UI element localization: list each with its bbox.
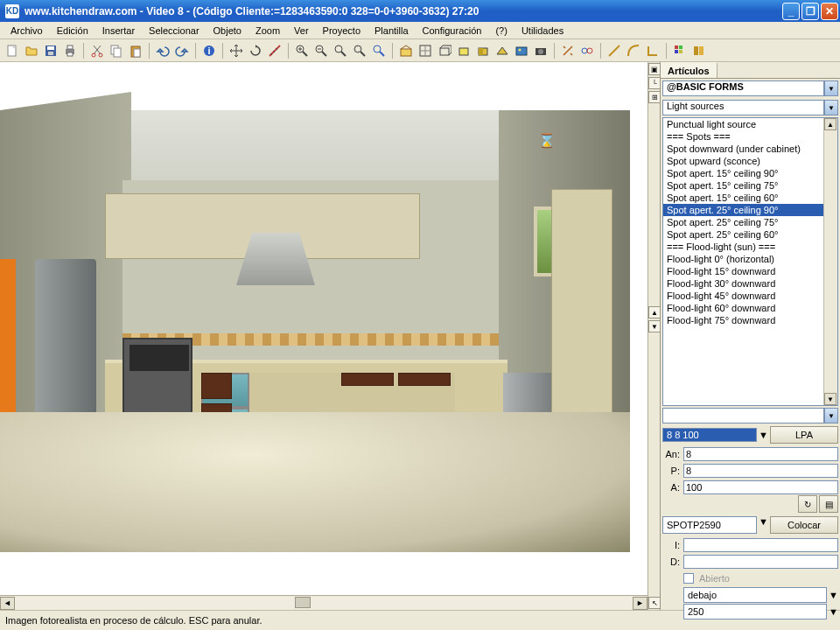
article-list[interactable]: Punctual light source=== Spots ===Spot d… xyxy=(662,117,838,406)
tool-misc2-icon[interactable] xyxy=(578,42,596,60)
redo-icon[interactable] xyxy=(173,42,191,60)
tab-articulos[interactable]: Artículos xyxy=(661,62,718,78)
menu-zoom[interactable]: Zoom xyxy=(248,24,287,38)
view-shaded-icon[interactable] xyxy=(474,42,492,60)
size-dropdown-icon[interactable]: ▼ xyxy=(759,430,768,440)
catalog-select[interactable]: @BASIC FORMS xyxy=(662,80,824,96)
view-wire-icon[interactable] xyxy=(436,42,453,60)
zoom-in-icon[interactable] xyxy=(293,42,311,60)
move-icon[interactable] xyxy=(228,42,245,60)
tool-corner-icon[interactable] xyxy=(644,42,662,60)
menu-plantilla[interactable]: Plantilla xyxy=(368,24,416,38)
new-file-icon[interactable] xyxy=(4,42,21,60)
palette-icon[interactable] xyxy=(671,42,689,60)
menu-proyecto[interactable]: Proyecto xyxy=(316,24,368,38)
vtool-down[interactable]: ▼ xyxy=(648,320,661,332)
width-input[interactable] xyxy=(683,447,838,461)
size-summary[interactable]: 8 8 100 xyxy=(662,428,757,442)
list-item[interactable]: Spot apert. 25° ceiling 60° xyxy=(663,228,837,241)
view-solid-icon[interactable] xyxy=(455,42,472,60)
view-persp-icon[interactable] xyxy=(494,42,511,60)
height-input[interactable] xyxy=(683,480,838,494)
zoom-fit-icon[interactable] xyxy=(332,42,349,60)
category-dropdown-icon[interactable]: ▼ xyxy=(824,100,838,116)
list-item[interactable]: Spot upward (sconce) xyxy=(663,155,837,167)
undo-icon[interactable] xyxy=(154,42,172,60)
list-item[interactable]: Spot downward (under cabinet) xyxy=(663,143,837,155)
vtool-up[interactable]: ▲ xyxy=(648,306,661,318)
info-icon[interactable]: i xyxy=(200,42,218,60)
lpa-button[interactable]: LPA xyxy=(770,426,838,444)
view-plan-icon[interactable] xyxy=(416,42,434,60)
position-select[interactable]: debajo xyxy=(683,587,827,603)
list-item[interactable]: Spot apert. 15° ceiling 60° xyxy=(663,192,837,204)
details-icon[interactable]: ▤ xyxy=(819,495,838,513)
camera-icon[interactable] xyxy=(532,42,550,60)
close-button[interactable]: ✕ xyxy=(821,3,838,20)
catalog-dropdown-icon[interactable]: ▼ xyxy=(824,80,838,96)
list-item[interactable]: Flood-light 15° downward xyxy=(663,265,837,277)
tool-line-icon[interactable] xyxy=(606,42,623,60)
variant-select[interactable] xyxy=(662,408,824,424)
scroll-left-arrow[interactable]: ◄ xyxy=(0,597,15,610)
list-scroll-down[interactable]: ▼ xyxy=(824,393,836,405)
i-input[interactable] xyxy=(683,538,838,552)
tool-misc1-icon[interactable] xyxy=(559,42,577,60)
menu-utilidades[interactable]: Utilidades xyxy=(514,24,570,38)
minimize-button[interactable]: _ xyxy=(782,3,800,20)
scroll-right-arrow[interactable]: ► xyxy=(633,597,648,610)
menu-objeto[interactable]: Objeto xyxy=(206,24,248,38)
save-icon[interactable] xyxy=(42,42,60,60)
abierto-checkbox[interactable] xyxy=(683,573,694,584)
menu-seleccionar[interactable]: Seleccionar xyxy=(142,24,206,38)
print-icon[interactable] xyxy=(61,42,79,60)
list-item[interactable]: Spot apert. 25° ceiling 90° xyxy=(663,204,837,216)
rotate-icon[interactable] xyxy=(247,42,264,60)
list-item[interactable]: Flood-light 0° (horizontal) xyxy=(663,253,837,265)
list-item[interactable]: === Flood-light (sun) === xyxy=(663,241,837,253)
viewport-3d[interactable]: ⌛ xyxy=(0,62,648,595)
altitude-select[interactable]: 250 xyxy=(683,604,827,620)
copy-icon[interactable] xyxy=(108,42,125,60)
reference-select[interactable]: SPOTP2590 xyxy=(662,516,757,534)
vtool-cursor[interactable]: ↖ xyxy=(648,597,661,609)
menu-insertar[interactable]: Insertar xyxy=(95,24,142,38)
list-scrollbar[interactable]: ▲ ▼ xyxy=(823,118,837,405)
category-select[interactable]: Light sources xyxy=(662,100,824,116)
reference-dropdown-icon[interactable]: ▼ xyxy=(759,516,768,534)
vtool-2[interactable]: └ xyxy=(648,77,661,89)
list-item[interactable]: Spot apert. 25° ceiling 75° xyxy=(663,216,837,228)
zoom-area-icon[interactable] xyxy=(351,42,368,60)
variant-dropdown-icon[interactable]: ▼ xyxy=(824,408,838,424)
maximize-button[interactable]: ❐ xyxy=(802,3,819,20)
menu-ver[interactable]: Ver xyxy=(287,24,316,38)
position-dropdown-icon[interactable]: ▼ xyxy=(829,590,838,600)
depth-input[interactable] xyxy=(683,464,838,478)
open-file-icon[interactable] xyxy=(23,42,40,60)
tool-arc-icon[interactable] xyxy=(625,42,642,60)
vtool-1[interactable]: ▣ xyxy=(648,63,661,75)
list-scroll-up[interactable]: ▲ xyxy=(824,118,836,130)
vtool-3[interactable]: ⊞ xyxy=(648,91,661,103)
view-render-icon[interactable] xyxy=(513,42,530,60)
zoom-all-icon[interactable] xyxy=(370,42,388,60)
d-input[interactable] xyxy=(683,555,838,569)
cut-icon[interactable] xyxy=(88,42,106,60)
menu-archivo[interactable]: Archivo xyxy=(4,24,50,38)
scroll-thumb[interactable] xyxy=(295,597,311,608)
list-item[interactable]: Flood-light 75° downward xyxy=(663,314,837,326)
menu-help[interactable]: (?) xyxy=(488,24,514,38)
list-item[interactable]: Flood-light 45° downward xyxy=(663,290,837,302)
menu-edicion[interactable]: Edición xyxy=(50,24,95,38)
catalog-icon[interactable] xyxy=(690,42,708,60)
list-item[interactable]: Spot apert. 15° ceiling 75° xyxy=(663,179,837,192)
refresh-icon[interactable]: ↻ xyxy=(798,495,817,513)
measure-icon[interactable] xyxy=(266,42,284,60)
list-item[interactable]: === Spots === xyxy=(663,130,837,143)
list-item[interactable]: Punctual light source xyxy=(663,118,837,130)
altitude-dropdown-icon[interactable]: ▼ xyxy=(829,606,838,617)
view-floor-icon[interactable] xyxy=(397,42,415,60)
paste-icon[interactable] xyxy=(127,42,144,60)
list-item[interactable]: Spot apert. 15° ceiling 90° xyxy=(663,167,837,179)
menu-configuracion[interactable]: Configuración xyxy=(416,24,489,38)
